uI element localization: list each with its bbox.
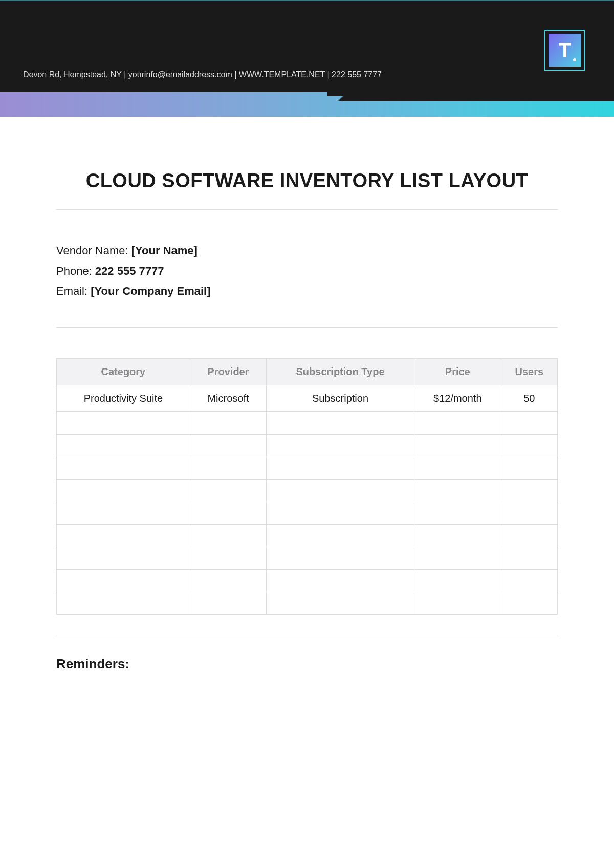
table-cell-subscription_type: [267, 502, 414, 525]
table-row: [57, 480, 558, 502]
table-cell-users: [501, 592, 557, 615]
table-cell-price: [414, 457, 501, 480]
vendor-info-block: Vendor Name: [Your Name] Phone: 222 555 …: [0, 225, 614, 301]
gradient-bar: [0, 92, 614, 117]
table-cell-category: [57, 435, 190, 457]
table-cell-provider: [190, 570, 266, 592]
table-cell-price: [414, 525, 501, 547]
table-cell-provider: [190, 435, 266, 457]
table-cell-users: [501, 547, 557, 570]
table-cell-users: [501, 480, 557, 502]
table-cell-provider: [190, 412, 266, 435]
table-cell-price: [414, 570, 501, 592]
table-cell-price: $12/month: [414, 385, 501, 412]
table-cell-provider: [190, 592, 266, 615]
table-cell-category: [57, 525, 190, 547]
table-cell-price: [414, 435, 501, 457]
table-cell-provider: [190, 480, 266, 502]
table-cell-subscription_type: [267, 435, 414, 457]
logo: T: [549, 34, 581, 67]
table-cell-provider: [190, 525, 266, 547]
table-cell-subscription_type: Subscription: [267, 385, 414, 412]
table-cell-users: [501, 412, 557, 435]
vendor-phone-value: 222 555 7777: [95, 265, 164, 277]
table-cell-provider: Microsoft: [190, 385, 266, 412]
vendor-email-value: [Your Company Email]: [91, 285, 210, 297]
divider: [56, 209, 558, 210]
table-cell-subscription_type: [267, 412, 414, 435]
th-provider: Provider: [190, 359, 266, 385]
page-title: CLOUD SOFTWARE INVENTORY LIST LAYOUT: [0, 168, 614, 194]
table-cell-category: [57, 502, 190, 525]
reminders-title: Reminders:: [56, 656, 558, 672]
table-cell-category: [57, 570, 190, 592]
inventory-table-wrap: Category Provider Subscription Type Pric…: [0, 343, 614, 615]
table-row: [57, 502, 558, 525]
table-cell-subscription_type: [267, 525, 414, 547]
table-cell-users: [501, 435, 557, 457]
table-cell-users: 50: [501, 385, 557, 412]
table-cell-price: [414, 502, 501, 525]
vendor-phone-row: Phone: 222 555 7777: [56, 261, 558, 281]
table-cell-category: [57, 480, 190, 502]
table-cell-price: [414, 592, 501, 615]
table-cell-category: [57, 412, 190, 435]
logo-letter: T: [559, 39, 571, 62]
table-row: [57, 435, 558, 457]
vendor-name-row: Vendor Name: [Your Name]: [56, 241, 558, 261]
table-cell-subscription_type: [267, 457, 414, 480]
table-row: [57, 525, 558, 547]
table-header-row: Category Provider Subscription Type Pric…: [57, 359, 558, 385]
th-price: Price: [414, 359, 501, 385]
vendor-name-value: [Your Name]: [131, 244, 198, 257]
table-cell-subscription_type: [267, 480, 414, 502]
vendor-name-label: Vendor Name:: [56, 244, 131, 257]
table-cell-category: [57, 457, 190, 480]
table-cell-subscription_type: [267, 570, 414, 592]
table-cell-price: [414, 547, 501, 570]
table-row: [57, 547, 558, 570]
table-cell-price: [414, 412, 501, 435]
table-cell-users: [501, 570, 557, 592]
table-row: Productivity SuiteMicrosoftSubscription$…: [57, 385, 558, 412]
th-subscription-type: Subscription Type: [267, 359, 414, 385]
th-users: Users: [501, 359, 557, 385]
table-cell-price: [414, 480, 501, 502]
table-cell-category: [57, 547, 190, 570]
table-cell-provider: [190, 547, 266, 570]
vendor-email-label: Email:: [56, 285, 91, 297]
table-cell-category: [57, 592, 190, 615]
table-cell-category: Productivity Suite: [57, 385, 190, 412]
table-cell-users: [501, 525, 557, 547]
logo-container: T: [544, 30, 585, 71]
th-category: Category: [57, 359, 190, 385]
table-row: [57, 457, 558, 480]
table-cell-subscription_type: [267, 592, 414, 615]
table-row: [57, 412, 558, 435]
vendor-email-row: Email: [Your Company Email]: [56, 281, 558, 301]
inventory-table: Category Provider Subscription Type Pric…: [56, 358, 558, 615]
table-cell-subscription_type: [267, 547, 414, 570]
document-header: T Devon Rd, Hempstead, NY | yourinfo@ema…: [0, 0, 614, 92]
table-cell-provider: [190, 457, 266, 480]
table-row: [57, 570, 558, 592]
table-cell-users: [501, 457, 557, 480]
table-row: [57, 592, 558, 615]
table-cell-users: [501, 502, 557, 525]
header-info-line: Devon Rd, Hempstead, NY | yourinfo@email…: [23, 70, 382, 79]
divider: [56, 638, 558, 638]
logo-dot-icon: [573, 58, 576, 61]
table-cell-provider: [190, 502, 266, 525]
vendor-phone-label: Phone:: [56, 265, 95, 277]
reminders-section: Reminders:: [0, 656, 614, 672]
divider: [56, 327, 558, 328]
